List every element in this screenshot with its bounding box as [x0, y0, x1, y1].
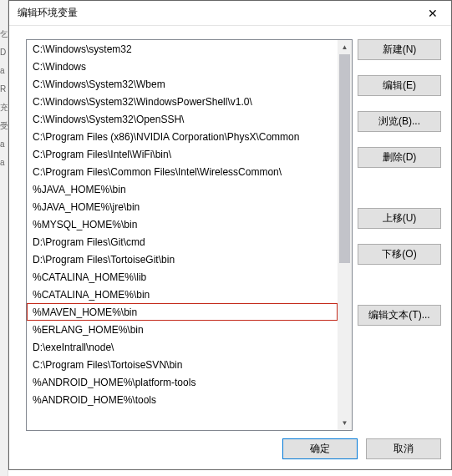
path-list-items: C:\Windows\system32C:\WindowsC:\Windows\…: [27, 40, 338, 430]
list-item[interactable]: %JAVA_HOME%\bin: [27, 180, 338, 198]
list-item[interactable]: C:\Windows\System32\WindowsPowerShell\v1…: [27, 93, 338, 110]
path-listbox[interactable]: C:\Windows\system32C:\WindowsC:\Windows\…: [26, 39, 353, 431]
scroll-track[interactable]: [338, 54, 352, 416]
background-text-fragment: 充: [0, 99, 8, 117]
side-button-column: 新建(N) 编辑(E) 浏览(B)... 删除(D) 上移(U) 下移(O) 编…: [358, 39, 441, 431]
move-down-button[interactable]: 下移(O): [358, 244, 441, 265]
background-text-fragment: a: [0, 154, 8, 172]
list-item[interactable]: D:\exeIntrall\node\: [27, 338, 338, 356]
list-item[interactable]: %ANDROID_HOME%\platform-tools: [27, 373, 338, 391]
list-item[interactable]: C:\Windows\System32\OpenSSH\: [27, 110, 338, 128]
titlebar: 编辑环境变量 ✕: [9, 1, 451, 26]
list-item[interactable]: C:\Program Files\Intel\WiFi\bin\: [27, 145, 338, 163]
list-item[interactable]: C:\Windows\System32\Wbem: [27, 75, 338, 93]
scroll-down-icon[interactable]: ▼: [338, 416, 352, 430]
scroll-thumb[interactable]: [339, 54, 350, 263]
list-item[interactable]: C:\Windows\system32: [27, 40, 338, 58]
delete-button[interactable]: 删除(D): [358, 147, 441, 168]
cancel-button[interactable]: 取消: [366, 438, 441, 459]
list-item[interactable]: %CATALINA_HOME%\lib: [27, 268, 338, 286]
background-text-fragment: 乞: [0, 25, 8, 43]
new-button[interactable]: 新建(N): [358, 39, 441, 60]
edit-text-button[interactable]: 编辑文本(T)...: [358, 305, 441, 326]
dialog-footer: 确定 取消: [282, 438, 441, 459]
list-item[interactable]: %JAVA_HOME%\jre\bin: [27, 198, 338, 215]
background-text-fragment: R: [0, 80, 8, 99]
dialog-title: 编辑环境变量: [18, 6, 414, 20]
list-item[interactable]: D:\Program Files\Git\cmd: [27, 233, 338, 251]
list-item[interactable]: D:\Program Files\TortoiseGit\bin: [27, 251, 338, 268]
background-text-fragment: a: [0, 135, 8, 154]
background-text-fragment: D: [0, 43, 8, 62]
move-up-button[interactable]: 上移(U): [358, 208, 441, 229]
vertical-scrollbar[interactable]: ▲ ▼: [338, 40, 352, 430]
list-item[interactable]: C:\Windows: [27, 58, 338, 75]
background-window-edge: 乞DaR充受aa: [0, 0, 8, 476]
list-item[interactable]: %ANDROID_HOME%\tools: [27, 391, 338, 408]
edit-env-var-dialog: 编辑环境变量 ✕ C:\Windows\system32C:\WindowsC:…: [8, 0, 452, 470]
list-item[interactable]: C:\Program Files\Common Files\Intel\Wire…: [27, 163, 338, 180]
list-item[interactable]: %ERLANG_HOME%\bin: [27, 321, 338, 338]
ok-button[interactable]: 确定: [282, 438, 358, 459]
scroll-up-icon[interactable]: ▲: [338, 40, 352, 54]
list-item[interactable]: %MYSQL_HOME%\bin: [27, 215, 338, 233]
edit-button[interactable]: 编辑(E): [358, 75, 441, 96]
dialog-content: C:\Windows\system32C:\WindowsC:\Windows\…: [9, 26, 451, 431]
list-item[interactable]: %MAVEN_HOME%\bin: [27, 303, 338, 321]
list-item[interactable]: C:\Program Files\TortoiseSVN\bin: [27, 356, 338, 373]
list-item[interactable]: %CATALINA_HOME%\bin: [27, 286, 338, 303]
list-item[interactable]: C:\Program Files (x86)\NVIDIA Corporatio…: [27, 128, 338, 145]
background-text-fragment: 受: [0, 117, 8, 135]
close-button[interactable]: ✕: [414, 1, 451, 26]
browse-button[interactable]: 浏览(B)...: [358, 111, 441, 132]
background-text-fragment: a: [0, 62, 8, 80]
